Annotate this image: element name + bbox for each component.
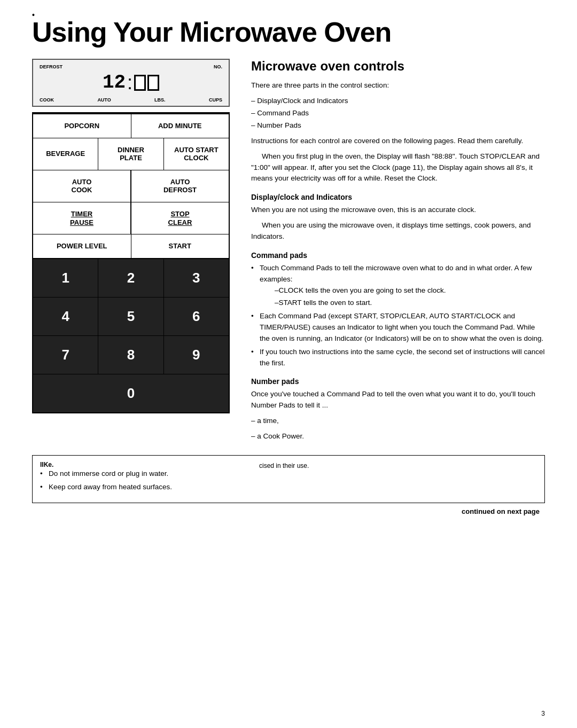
right-column: Microwave oven controls There are three … [251, 59, 545, 447]
intro-para3: When you first plug in the oven, the Dis… [251, 151, 545, 185]
btn-row-4: TIMER PAUSE STOP CLEAR [33, 202, 229, 234]
command-pads-list: Touch Command Pads to tell the microwave… [251, 263, 545, 369]
intro-item3: – Number Pads [251, 120, 545, 131]
lbs-label: LBS. [154, 97, 166, 103]
bottom-right: cised in their use. [259, 461, 537, 497]
num-8-button[interactable]: 8 [98, 336, 163, 374]
bottom-section: IIKe. Do not immerse cord or plug in wat… [32, 455, 545, 503]
intro-item1: – Display/Clock and Indicators [251, 96, 545, 107]
display-digit2: 2 [114, 72, 126, 93]
bottom-bullet2: Keep cord away from heated surfaces. [40, 482, 238, 493]
timer-pause-button[interactable]: TIMER PAUSE [33, 202, 131, 234]
intro-item2: – Command Pads [251, 108, 545, 119]
defrost-label: DEFROST [40, 64, 63, 69]
left-column: DEFROST NO. 1 2 : COOK AUTO [32, 59, 230, 447]
command-pads-title: Command pads [251, 251, 545, 260]
num-row-4: 0 [33, 374, 229, 412]
num-7-button[interactable]: 7 [33, 336, 98, 374]
bottom-bullet1: Do not immerse cord or plug in water. [40, 468, 238, 480]
num-row-2: 4 5 6 [33, 298, 229, 336]
display-digit1: 1 [103, 72, 114, 93]
start-button[interactable]: START [131, 234, 229, 258]
popcorn-button[interactable]: POPCORN [33, 114, 131, 138]
main-title: Using Your Microwave Oven [32, 16, 545, 48]
num-0-button[interactable]: 0 [33, 374, 229, 412]
cups-label: CUPS [209, 97, 222, 103]
num-5-button[interactable]: 5 [98, 298, 163, 335]
num-6-button[interactable]: 6 [164, 298, 229, 335]
num-3-button[interactable]: 3 [164, 259, 229, 297]
continued-text: continued on next page [32, 507, 545, 515]
dinner-plate-button[interactable]: DINNER PLATE [98, 138, 163, 170]
add-minute-button[interactable]: ADD MINUTE [131, 114, 229, 138]
btn-row-3: AUTO COOK AUTO DEFROST [33, 170, 229, 202]
num-row-3: 7 8 9 [33, 336, 229, 374]
page-number: 3 [541, 710, 545, 717]
auto-defrost-button[interactable]: AUTO DEFROST [131, 170, 229, 202]
bottom-right-text: cised in their use. [259, 461, 537, 471]
intro-para2: Instructions for each control are covere… [251, 136, 545, 147]
no-label: NO. [214, 64, 222, 69]
auto-cook-button[interactable]: AUTO COOK [33, 170, 131, 202]
cook-label: COOK [40, 97, 54, 103]
display-colon: : [127, 73, 132, 92]
num-row-1: 1 2 3 [33, 259, 229, 298]
stop-clear-button[interactable]: STOP CLEAR [131, 202, 229, 234]
num-dash2: – a Cook Power. [251, 431, 545, 442]
display-clock-title: Display/clock and Indicators [251, 193, 545, 201]
display-clock-para1: When you are not using the microwave ove… [251, 205, 545, 216]
cmd-bullet1: Touch Command Pads to tell the microwave… [251, 263, 545, 309]
intro-para1: There are three parts in the control sec… [251, 80, 545, 91]
cmd-dash2: –START tells the oven to start. [260, 298, 545, 309]
btn-row-1: POPCORN ADD MINUTE [33, 114, 229, 138]
display-clock-para2: When you are using the microwave oven, i… [251, 220, 545, 242]
bottom-like-label: IIKe. [40, 461, 238, 468]
beverage-button[interactable]: BEVERAGE [33, 138, 98, 170]
cmd-dash1: –CLOCK tells the oven you are going to s… [260, 285, 545, 296]
section-title: Microwave oven controls [251, 59, 545, 74]
cmd-bullet2: Each Command Pad (except START, STOP/CLE… [251, 311, 545, 345]
num-4-button[interactable]: 4 [33, 298, 98, 335]
cmd-bullet3: If you touch two instructions into the s… [251, 347, 545, 369]
btn-row-2: BEVERAGE DINNER PLATE AUTO START CLOCK [33, 138, 229, 170]
btn-row-5: POWER LEVEL START [33, 234, 229, 258]
auto-label: AUTO [97, 97, 111, 103]
display-panel: DEFROST NO. 1 2 : COOK AUTO [32, 59, 230, 107]
number-pads-section: 1 2 3 4 5 6 7 8 9 0 [32, 259, 230, 413]
two-column-layout: DEFROST NO. 1 2 : COOK AUTO [32, 59, 545, 447]
page-container: • Using Your Microwave Oven DEFROST NO. … [0, 0, 577, 728]
display-bottom-labels: COOK AUTO LBS. CUPS [40, 97, 222, 103]
top-left-dot: • [32, 11, 35, 19]
num-9-button[interactable]: 9 [164, 336, 229, 374]
number-pads-title: Number pads [251, 377, 545, 386]
num-para1: Once you've touched a Command Pad to tel… [251, 389, 545, 411]
num-1-button[interactable]: 1 [33, 259, 98, 297]
auto-start-clock-button[interactable]: AUTO START CLOCK [164, 138, 229, 170]
num-2-button[interactable]: 2 [98, 259, 163, 297]
bottom-left: IIKe. Do not immerse cord or plug in wat… [40, 461, 238, 497]
power-level-button[interactable]: POWER LEVEL [33, 234, 131, 258]
bottom-bullet-list: Do not immerse cord or plug in water. Ke… [40, 468, 238, 493]
num-dash1: – a time, [251, 416, 545, 427]
command-pads-section: POPCORN ADD MINUTE BEVERAGE DINNER PLATE… [32, 113, 230, 259]
